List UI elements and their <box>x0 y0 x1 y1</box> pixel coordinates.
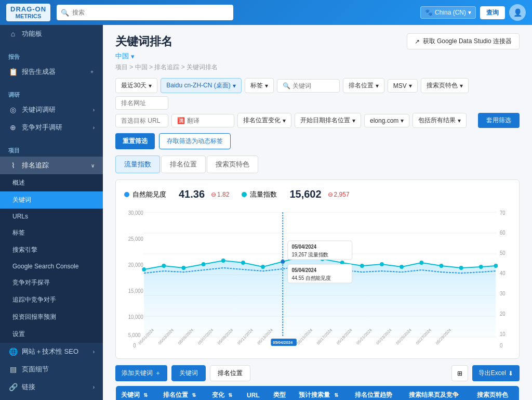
tab-traffic-index[interactable]: 流量指数 <box>115 156 160 173</box>
start-rank-filter[interactable]: 开始日期排名位置 ▾ <box>295 113 361 128</box>
th-change[interactable]: 变化 ⇅ <box>207 386 242 401</box>
dot <box>400 265 404 269</box>
compass-icon: ⊕ <box>8 123 18 132</box>
logo-line1: DRAG-ON <box>10 6 46 13</box>
sidebar-item-site-seo[interactable]: 🌐 网站＋技术性 SEO › <box>0 343 103 360</box>
dot <box>494 264 498 268</box>
sidebar-item-roi[interactable]: 投资回报率预测 <box>0 308 103 326</box>
sidebar-item-settings[interactable]: 设置 <box>0 326 103 343</box>
sidebar-item-tags[interactable]: 标签 <box>0 224 103 241</box>
th-url: URL <box>242 386 268 401</box>
page-title: 关键词排名 <box>115 34 172 49</box>
msv-filter[interactable]: MSV ▾ <box>388 79 418 93</box>
sidebar-item-dashboard[interactable]: ⌂ 功能板 <box>0 25 103 43</box>
chart-svg-wrapper: 30,000 25,000 20,000 15,000 10,000 5,000… <box>124 204 511 350</box>
sidebar-item-keyword-research[interactable]: ◎ 关键词调研 › <box>0 101 103 119</box>
filter-row-1: 最近30天 ▾ Baidu cn-ZH-CN (桌面) ▾ 标签 ▾ 🔍 排名位… <box>115 78 520 110</box>
save-filter-button[interactable]: 存取筛选为动态标签 <box>159 133 231 149</box>
search-input[interactable] <box>72 9 229 16</box>
svg-text:70: 70 <box>500 210 506 216</box>
gds-button[interactable]: ↗ 获取 Google Data Studio 连接器 <box>407 33 520 49</box>
globe-icon: 🌐 <box>8 347 18 356</box>
sidebar-item-competitor-discover[interactable]: 竞争对手探寻 <box>0 274 103 291</box>
sidebar-item-urls[interactable]: URLs <box>0 209 103 224</box>
sidebar-item-page-detail[interactable]: ▤ 页面细节 <box>0 360 103 378</box>
global-search[interactable]: 🔍 <box>57 5 233 20</box>
sidebar-item-keywords[interactable]: 关键词 <box>0 191 103 209</box>
keyword-filter[interactable]: 🔍 <box>277 79 340 93</box>
traffic-change: ⊖ 2,957 <box>328 191 350 198</box>
th-keyword[interactable]: 关键词 ⇅ <box>116 386 158 401</box>
rank-tracking-submenu: 概述 关键词 URLs 标签 搜索引擎 Google Search Consol… <box>0 174 103 343</box>
page-icon: ▤ <box>8 365 18 373</box>
add-keyword-button[interactable]: 添加关键词 ＋ <box>115 365 167 381</box>
tab-keywords[interactable]: 关键词 <box>171 365 206 381</box>
download-icon: ⬇ <box>508 370 513 377</box>
topbar: DRAG-ON METRICS 🔍 🐾 China (CN) ▾ 查询 👤 <box>0 0 532 25</box>
grid-view-button[interactable]: ⊞ <box>451 365 468 381</box>
chart-container: 自然能见度 41.36 ⊖ 1.82 流量指数 15,602 <box>115 179 520 359</box>
sidebar-item-rank-tracking[interactable]: ⌇ 排名追踪 ∨ <box>0 157 103 174</box>
tab-rank-position[interactable]: 排名位置 <box>161 156 206 173</box>
sidebar-item-gsc[interactable]: Google Search Console <box>0 259 103 274</box>
gds-icon: ↗ <box>415 38 420 45</box>
topbar-right: 🐾 China (CN) ▾ 查询 👤 <box>420 4 526 21</box>
engine-filter[interactable]: Baidu cn-ZH-CN (桌面) ▾ <box>161 78 241 93</box>
chevron-down-icon: ▾ <box>468 9 471 16</box>
breadcrumb: 项目 > 中国 > 排名追踪 > 关键词排名 <box>115 63 520 72</box>
chevron-down-icon6: ▾ <box>376 82 379 89</box>
visibility-change: ⊖ 1.82 <box>211 191 229 198</box>
chart-icon: ⌇ <box>8 161 18 170</box>
svg-text:60: 60 <box>500 230 506 236</box>
tab-search-feature[interactable]: 搜索页特色 <box>207 156 258 173</box>
plus-icon: ＋ <box>155 369 161 378</box>
svg-text:0: 0 <box>133 343 136 349</box>
legend-visibility: 自然能见度 <box>124 190 166 199</box>
th-serp: 搜索结果页及竞争 <box>404 386 472 401</box>
apply-filter-button[interactable]: 套用筛选 <box>478 113 520 128</box>
tab-rank-position-table[interactable]: 排名位置 <box>210 365 250 381</box>
th-rank[interactable]: 排名位置 ⇅ <box>158 386 207 401</box>
search-icon: 🔍 <box>61 9 69 17</box>
translation-filter[interactable]: 🈵 <box>171 114 234 127</box>
date-range-filter[interactable]: 最近30天 ▾ <box>115 78 157 93</box>
dot <box>241 261 245 265</box>
domain-filter[interactable]: elong.com ▾ <box>364 114 409 127</box>
search-feature-filter[interactable]: 搜索页特色 ▾ <box>421 78 469 93</box>
sidebar-item-overview[interactable]: 概述 <box>0 174 103 191</box>
reset-filter-button[interactable]: 重置筛选 <box>115 133 155 149</box>
logo: DRAG-ON METRICS <box>6 4 50 21</box>
sort-icon-sv: ⇅ <box>334 392 338 398</box>
rank-position-filter[interactable]: 排名位置 ▾ <box>343 78 384 93</box>
target-icon: ◎ <box>8 106 18 114</box>
dot <box>261 265 265 269</box>
down-icon2: ⊖ <box>328 191 333 198</box>
tag-filter[interactable]: 标签 ▾ <box>245 78 274 93</box>
translate-icon: 🈵 <box>177 117 185 124</box>
include-all-filter[interactable]: 包括所有结果 ▾ <box>413 113 467 128</box>
home-url-filter[interactable] <box>115 114 168 127</box>
search-button[interactable]: 查询 <box>480 6 505 19</box>
sidebar-item-tracking-competitors[interactable]: 追踪中竞争对手 <box>0 291 103 308</box>
sidebar-item-competitor-research[interactable]: ⊕ 竞争对手调研 › <box>0 119 103 136</box>
dot <box>360 264 364 268</box>
svg-text:50: 50 <box>500 250 506 256</box>
svg-text:25,000: 25,000 <box>128 236 144 242</box>
country-selector[interactable]: 🐾 China (CN) ▾ <box>420 6 476 19</box>
sidebar-item-search-engine[interactable]: 搜索引擎 <box>0 241 103 259</box>
sidebar-item-reports[interactable]: 📋 报告生成器 ＋ <box>0 63 103 81</box>
research-section-label: 调研 <box>0 85 103 101</box>
rank-url-filter[interactable] <box>115 96 168 110</box>
chevron-down-icon2: ∨ <box>91 163 95 169</box>
chevron-down-icon10: ▾ <box>352 117 355 124</box>
filter-row-2: 🈵 排名位置变化 ▾ 开始日期排名位置 ▾ elong.com ▾ 包括所有结果 <box>115 113 520 128</box>
sidebar: ⌂ 功能板 报告 📋 报告生成器 ＋ 调研 ◎ 关键词调研 › ⊕ 竞争对手调研… <box>0 25 103 400</box>
sidebar-item-links[interactable]: 🔗 链接 › <box>0 378 103 396</box>
th-search-volume[interactable]: 预计搜索量 ⇅ <box>294 386 350 401</box>
region-selector[interactable]: 中国 ▾ <box>115 51 520 61</box>
export-excel-button[interactable]: 导出Excel ⬇ <box>472 365 520 381</box>
rank-change-filter[interactable]: 排名位置变化 ▾ <box>237 113 291 128</box>
sidebar-item-google-search-console[interactable]: 📊 Google Search Console › <box>0 396 103 400</box>
dot <box>380 262 384 266</box>
avatar[interactable]: 👤 <box>509 4 526 21</box>
